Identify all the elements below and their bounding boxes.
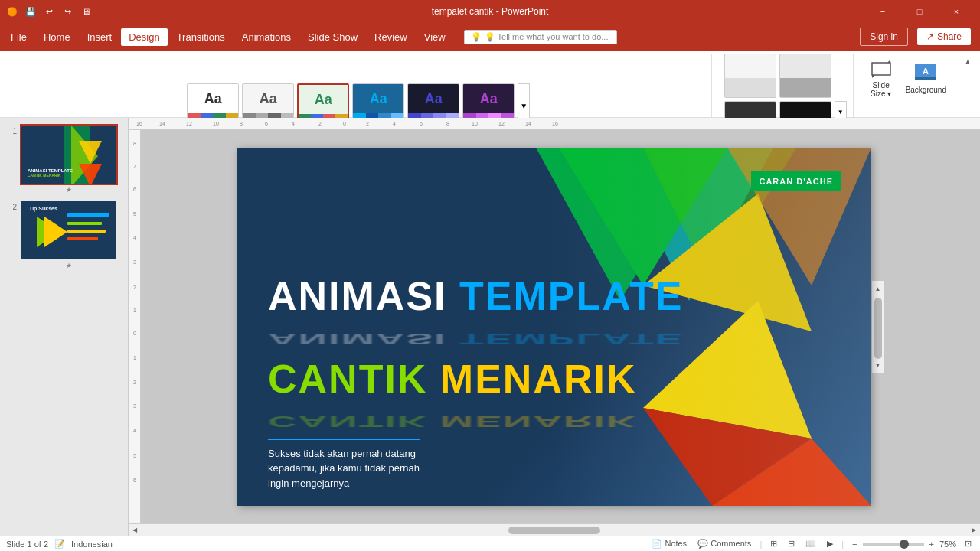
menu-file[interactable]: File	[3, 28, 34, 46]
zoom-control: − + 75%	[850, 539, 956, 549]
lightbulb-icon: 💡	[471, 32, 482, 42]
zoom-slider[interactable]	[863, 543, 924, 546]
zoom-thumb[interactable]	[900, 540, 909, 549]
menu-design[interactable]: Design	[121, 28, 167, 46]
svg-text:8: 8	[446, 121, 449, 126]
svg-text:10: 10	[472, 121, 478, 126]
svg-text:12: 12	[498, 121, 505, 126]
share-label: Share	[937, 31, 962, 42]
svg-text:6: 6	[133, 187, 136, 192]
hscroll-left[interactable]: ◀	[129, 524, 141, 536]
slide-number-2: 2	[6, 203, 17, 211]
statusbar: Slide 1 of 2 📝 Indonesian 📄 Notes 💬 Comm…	[0, 536, 980, 551]
svg-text:2: 2	[318, 121, 322, 126]
zoom-out-button[interactable]: −	[850, 539, 859, 549]
svg-text:8: 8	[133, 141, 136, 146]
tell-me-input[interactable]: 💡 💡 Tell me what you want to do...	[464, 30, 617, 44]
ruler-vertical: 8 7 6 5 4 3 2 1 0 1 2 3 4 5 6	[129, 130, 141, 523]
menu-slideshow[interactable]: Slide Show	[300, 28, 365, 46]
svg-text:4: 4	[133, 428, 136, 433]
svg-rect-12	[67, 222, 102, 225]
scrollbar-vertical[interactable]: ▲ ▼	[871, 281, 884, 373]
zoom-level: 75%	[939, 540, 956, 549]
close-button[interactable]: ×	[939, 0, 974, 23]
scroll-up-button[interactable]: ▲	[872, 282, 884, 295]
format-background-button[interactable]: A Background	[903, 58, 949, 97]
svg-rect-2	[915, 77, 936, 80]
svg-text:6: 6	[420, 121, 423, 126]
language: Indonesian	[71, 540, 113, 549]
fit-slide-button[interactable]: ⊡	[962, 538, 974, 549]
menu-transitions[interactable]: Transitions	[169, 28, 233, 46]
statusbar-right: 📄 Notes 💬 Comments | ⊞ ⊟ 📖 ▶ | − + 75% ⊡	[649, 538, 974, 549]
svg-text:7: 7	[133, 164, 136, 169]
undo-icon[interactable]: ↩	[43, 5, 55, 18]
svg-text:4: 4	[133, 235, 136, 240]
minimize-button[interactable]: −	[865, 0, 900, 23]
slide-canvas[interactable]: ANIMASI TEMPLATE ANIMASI TEMPLATE CANTIK…	[237, 148, 871, 506]
text-template: TEMPLATE	[447, 274, 684, 318]
menu-insert[interactable]: Insert	[80, 28, 120, 46]
format-background-icon: A	[913, 61, 938, 86]
hscroll-right[interactable]: ▶	[968, 524, 980, 536]
powerpoint-icon: 🟠	[6, 5, 18, 18]
svg-text:10: 10	[213, 121, 219, 126]
share-button[interactable]: ↗ Share	[917, 28, 971, 45]
comments-button[interactable]: 💬 Comments	[695, 538, 753, 549]
notes-button[interactable]: 📄 Notes	[649, 538, 689, 549]
menubar: File Home Insert Design Transitions Anim…	[0, 23, 980, 51]
slide-number-1: 1	[6, 127, 17, 135]
scrollbar-horizontal[interactable]: ◀ ▶	[129, 523, 980, 536]
canvas-area: 16 14 12 10 8 6 4 2 0 2 4 6 8 10 12 14 1	[129, 118, 980, 536]
collapse-ribbon-button[interactable]: ▲	[962, 55, 974, 67]
svg-text:5: 5	[133, 453, 136, 458]
slide-info: Slide 1 of 2	[6, 540, 48, 549]
scroll-down-button[interactable]: ▼	[872, 359, 884, 371]
slideshow-button[interactable]: ▶	[825, 538, 835, 549]
menu-review[interactable]: Review	[367, 28, 415, 46]
slide-size-label: SlideSize ▾	[871, 81, 891, 98]
svg-text:1: 1	[133, 308, 136, 313]
canvas-scroll-area: 8 7 6 5 4 3 2 1 0 1 2 3 4 5 6	[129, 130, 980, 523]
slide-image-2: Tip Sukses	[20, 200, 118, 261]
menu-animations[interactable]: Animations	[234, 28, 299, 46]
svg-text:6: 6	[133, 478, 136, 483]
hscroll-track	[141, 524, 968, 536]
normal-view-button[interactable]: ⊞	[768, 538, 779, 549]
svg-text:3: 3	[133, 259, 136, 265]
text-animasi: ANIMASI	[268, 274, 447, 318]
variant-1[interactable]	[724, 54, 776, 98]
slide-sorter-button[interactable]: ⊟	[786, 538, 797, 549]
svg-text:0: 0	[343, 121, 346, 126]
slide-canvas-wrapper: ANIMASI TEMPLATE ANIMASI TEMPLATE CANTIK…	[141, 130, 980, 523]
signin-button[interactable]: Sign in	[860, 28, 908, 46]
statusbar-left: Slide 1 of 2 📝 Indonesian	[6, 539, 113, 549]
menu-home[interactable]: Home	[36, 28, 78, 46]
customize-buttons: SlideSize ▾ A Background	[866, 54, 949, 101]
notes-icon-btn: 📄	[652, 539, 662, 548]
slide-subtitle: Sukses tidak akan pernah datang kepadamu…	[268, 446, 420, 491]
main-area: 1 ANIMASI TEMPLATE CANTIK MENARIK	[0, 118, 980, 536]
zoom-in-button[interactable]: +	[927, 539, 936, 549]
customize-qat-icon[interactable]: 🖥	[80, 5, 92, 18]
slide-thumbnail-1[interactable]: 1 ANIMASI TEMPLATE CANTIK MENARIK	[6, 124, 122, 194]
comments-icon: 💬	[697, 539, 708, 548]
menu-view[interactable]: View	[416, 28, 453, 46]
separator-1: |	[760, 540, 762, 549]
tell-me-text: 💡 Tell me what you want to do...	[485, 32, 609, 42]
slide-size-button[interactable]: SlideSize ▾	[866, 54, 897, 101]
notes-icon: 📝	[54, 539, 65, 549]
vscroll-thumb[interactable]	[874, 298, 882, 359]
svg-text:4: 4	[292, 121, 295, 126]
svg-rect-14	[67, 237, 98, 240]
redo-icon[interactable]: ↪	[61, 5, 74, 18]
slide-thumbnail-2[interactable]: 2 Tip Sukses	[6, 200, 122, 269]
hscroll-thumb[interactable]	[508, 527, 600, 534]
reading-view-button[interactable]: 📖	[803, 538, 818, 549]
svg-text:2: 2	[133, 285, 136, 290]
save-icon[interactable]: 💾	[24, 5, 37, 18]
titlebar-controls: − □ ×	[865, 0, 974, 23]
variant-2[interactable]	[779, 54, 831, 98]
separator-2: |	[841, 540, 844, 549]
maximize-button[interactable]: □	[902, 0, 937, 23]
